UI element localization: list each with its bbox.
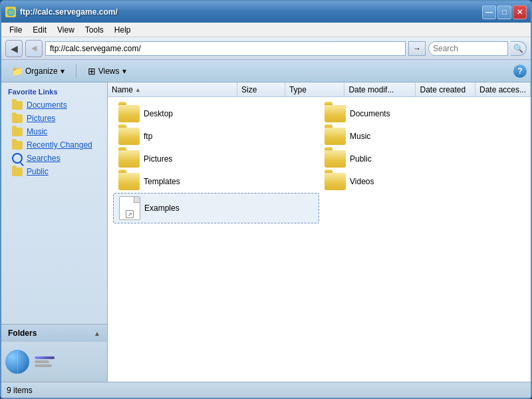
main-window: 🌐 ftp://calc.servegame.com/ — □ ✕ File E… [0,0,532,399]
toolbar: 📁 Organize ▾ ⊞ Views ▾ ? [1,60,531,82]
folder-icon [118,128,140,145]
folder-icon [118,150,140,168]
organize-button[interactable]: 📁 Organize ▾ [5,63,70,79]
search-button[interactable]: 🔍 [511,41,527,56]
file-name: Music [350,132,370,141]
item-count: 9 items [7,386,33,395]
search-icon [12,153,23,164]
menu-edit[interactable]: Edit [27,24,52,36]
menu-tools[interactable]: Tools [80,24,109,36]
globe-icon [5,350,29,374]
status-bar: 9 items [1,382,531,398]
folder-icon [12,113,23,124]
file-name: Public [350,154,372,164]
sidebar-pictures-label: Pictures [27,114,55,123]
menu-file[interactable]: File [4,24,27,36]
back-button[interactable]: ◀ [5,40,23,57]
column-date-created[interactable]: Date created [416,82,475,96]
sidebar-item-recently-changed[interactable]: Recently Changed [1,138,107,152]
folder-icon [118,105,140,122]
list-item[interactable]: Pictures [113,148,319,170]
list-item[interactable]: ftp [113,125,319,148]
help-button[interactable]: ? [513,65,527,78]
sort-arrow-icon: ▲ [135,86,141,93]
folder-icon [325,173,346,190]
list-item[interactable]: Desktop [113,102,319,125]
toolbar-separator [76,64,76,78]
list-item[interactable]: Documents [319,102,525,125]
folder-icon [325,150,346,168]
forward-button[interactable]: ◀ [25,40,43,57]
chevron-up-icon: ▲ [94,330,100,337]
title-bar: 🌐 ftp://calc.servegame.com/ — □ ✕ [1,1,531,23]
address-bar: ◀ ◀ → 🔍 [1,37,531,60]
window-title: ftp://calc.servegame.com/ [20,7,118,17]
file-name: ftp [144,132,152,141]
file-name: Videos [350,177,374,186]
organize-icon: 📁 [11,66,23,76]
sidebar-recently-changed-label: Recently Changed [27,140,92,150]
column-size[interactable]: Size [237,82,285,96]
file-name: Templates [144,177,180,186]
file-name: Desktop [144,109,173,118]
views-arrow: ▾ [122,66,126,76]
folders-label: Folders [8,329,37,338]
sidebar-item-pictures[interactable]: Pictures [1,112,107,125]
list-item[interactable]: Music [319,125,525,148]
go-button[interactable]: → [408,41,426,56]
folder-icon [12,100,23,110]
menu-view[interactable]: View [52,24,80,36]
close-button[interactable]: ✕ [513,5,527,19]
sidebar-music-label: Music [27,127,47,136]
search-input[interactable] [428,41,508,56]
sidebar-public-label: Public [27,167,49,176]
views-icon: ⊞ [88,66,96,76]
favorite-links-title: Favorite Links [1,82,107,98]
folder-icon [12,126,23,137]
file-grid: Desktop Documents ftp Music [108,97,531,382]
organize-arrow: ▾ [61,66,65,76]
list-item[interactable]: Public [319,148,525,170]
sidebar-item-music[interactable]: Music [1,125,107,138]
title-bar-left: 🌐 ftp://calc.servegame.com/ [5,7,118,17]
file-name: Documents [350,109,390,118]
column-type[interactable]: Type [285,82,345,96]
address-input[interactable] [45,41,406,56]
views-label: Views [98,66,120,76]
menu-help[interactable]: Help [109,24,136,36]
sidebar-status [1,342,107,382]
folder-icon [325,128,346,145]
list-item[interactable]: Videos [319,170,525,193]
list-item[interactable]: Templates [113,170,319,193]
file-icon: ↗ [119,196,140,220]
sidebar: Favorite Links Documents Pictures Music [1,82,108,382]
maximize-button[interactable]: □ [497,5,511,19]
organize-label: Organize [25,66,58,76]
file-name: Examples [144,203,180,213]
column-date-accessed[interactable]: Date acces... [475,82,531,96]
sidebar-item-documents[interactable]: Documents [1,98,107,112]
folder-icon [12,140,23,150]
window-icon: 🌐 [5,7,16,17]
folder-icon [325,105,346,122]
menu-bar: File Edit View Tools Help [1,23,531,37]
folders-toggle[interactable]: Folders ▲ [1,325,107,342]
list-item[interactable]: ↗ Examples [113,193,319,223]
sidebar-documents-label: Documents [27,100,67,110]
views-button[interactable]: ⊞ Views ▾ [82,63,132,79]
sidebar-searches-label: Searches [27,154,61,163]
shortcut-icon: ↗ [126,210,134,218]
column-name[interactable]: Name ▲ [108,82,237,96]
main-area: Favorite Links Documents Pictures Music [1,82,531,382]
sidebar-item-searches[interactable]: Searches [1,152,107,165]
file-area: Name ▲ Size Type Date modif... Date crea… [108,82,531,382]
folder-icon [12,166,23,177]
column-headers: Name ▲ Size Type Date modif... Date crea… [108,82,531,97]
column-date-modified[interactable]: Date modif... [344,82,416,96]
minimize-button[interactable]: — [482,5,496,19]
file-name: Pictures [144,154,172,164]
title-controls: — □ ✕ [482,5,527,19]
sidebar-footer: Folders ▲ [1,324,107,382]
folder-icon [118,173,140,190]
sidebar-item-public[interactable]: Public [1,165,107,178]
